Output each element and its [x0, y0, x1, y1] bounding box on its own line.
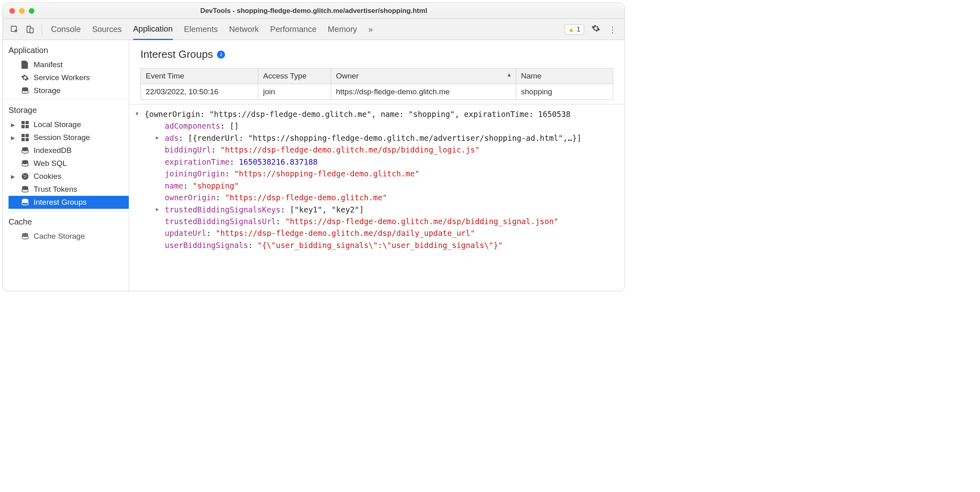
sidebar-item-label: Cookies: [34, 172, 62, 181]
sidebar-item-label: IndexedDB: [34, 146, 72, 155]
database-icon: [21, 185, 30, 194]
events-table: Event Time Access Type Owner▲ Name 22/03…: [140, 68, 613, 100]
panel-content: Interest Groups i Event Time Access Type…: [129, 40, 625, 291]
grid-icon: [21, 133, 30, 142]
sidebar-item-service-workers[interactable]: Service Workers: [9, 71, 129, 84]
info-icon[interactable]: i: [217, 51, 225, 59]
json-prop-joiningorigin[interactable]: joiningOrigin: "https://shopping-fledge-…: [155, 168, 625, 180]
gear-icon: [21, 73, 30, 82]
sidebar-item-label: Service Workers: [34, 73, 90, 82]
database-icon: [21, 159, 30, 168]
sidebar-section-application: Application Manifest Service Workers Sto…: [3, 40, 129, 100]
sidebar-heading: Storage: [9, 106, 129, 115]
toolbar-separator: [42, 24, 42, 35]
settings-button[interactable]: [587, 21, 604, 37]
sidebar-item-websql[interactable]: Web SQL: [9, 157, 129, 170]
svg-rect-4: [21, 121, 25, 124]
json-prop-trustedbiddingsignalsurl[interactable]: trustedBiddingSignalsUrl: "https://dsp-f…: [155, 216, 625, 227]
svg-rect-5: [26, 121, 29, 124]
json-prop-expirationtime[interactable]: expirationTime: 1650538216.837188: [155, 156, 625, 168]
tab-sources[interactable]: Sources: [92, 19, 121, 40]
titlebar: DevTools - shopping-fledge-demo.glitch.m…: [3, 3, 625, 19]
database-icon: [21, 232, 30, 241]
window-title: DevTools - shopping-fledge-demo.glitch.m…: [3, 7, 625, 15]
close-window-button[interactable]: [9, 8, 15, 14]
panel-title-text: Interest Groups: [140, 48, 213, 61]
sidebar-item-label: Manifest: [34, 60, 63, 69]
json-prop-adcomponents[interactable]: adComponents: []: [155, 120, 625, 132]
col-event-time[interactable]: Event Time: [141, 68, 258, 84]
col-owner[interactable]: Owner▲: [331, 68, 516, 84]
json-prop-name[interactable]: name: "shopping": [155, 180, 625, 192]
sidebar-item-storage[interactable]: Storage: [9, 84, 129, 97]
cell-access-type: join: [258, 84, 331, 100]
grid-icon: [21, 120, 30, 129]
sidebar-item-manifest[interactable]: Manifest: [9, 58, 129, 71]
json-prop-trustedbiddingsignalskeys[interactable]: ▶trustedBiddingSignalsKeys: ["key1", "ke…: [155, 204, 625, 216]
tab-memory[interactable]: Memory: [328, 19, 357, 40]
col-name[interactable]: Name: [516, 68, 613, 84]
disclosure-triangle-icon[interactable]: ▶: [11, 174, 15, 180]
svg-rect-9: [26, 134, 29, 137]
sidebar-item-session-storage[interactable]: ▶ Session Storage: [9, 131, 129, 144]
warning-count: 1: [577, 25, 580, 34]
cell-event-time: 22/03/2022, 10:50:16: [141, 84, 258, 100]
file-icon: [21, 60, 30, 69]
tabs-overflow-button[interactable]: »: [368, 19, 373, 40]
disclosure-triangle-icon[interactable]: ▶: [11, 135, 15, 141]
sidebar-heading: Application: [9, 46, 129, 55]
sidebar-item-label: Interest Groups: [34, 198, 87, 207]
sidebar-item-label: Trust Tokens: [34, 185, 77, 194]
tab-elements[interactable]: Elements: [184, 19, 218, 40]
svg-rect-10: [21, 138, 25, 141]
sidebar-item-indexeddb[interactable]: IndexedDB: [9, 144, 129, 157]
main-toolbar: Console Sources Application Elements Net…: [3, 19, 625, 40]
svg-rect-11: [26, 138, 29, 141]
warning-icon: ▲: [568, 26, 574, 33]
svg-rect-7: [26, 125, 29, 128]
sidebar-heading: Cache: [9, 217, 129, 227]
tab-performance[interactable]: Performance: [270, 19, 317, 40]
devtools-window: DevTools - shopping-fledge-demo.glitch.m…: [2, 2, 625, 291]
json-prop-ads[interactable]: ▶ads: [{renderUrl: "https://shopping-fle…: [155, 132, 625, 144]
device-toolbar-button[interactable]: [22, 23, 38, 36]
sidebar-item-cache-storage[interactable]: Cache Storage: [9, 230, 129, 243]
cell-name: shopping: [516, 84, 613, 100]
tab-console[interactable]: Console: [51, 19, 81, 40]
json-prop-ownerorigin[interactable]: ownerOrigin: "https://dsp-fledge-demo.gl…: [155, 192, 625, 204]
disclosure-triangle-icon[interactable]: ▶: [156, 206, 159, 213]
svg-rect-6: [21, 125, 25, 128]
sidebar-item-cookies[interactable]: ▶ Cookies: [9, 170, 129, 183]
sidebar-item-trust-tokens[interactable]: Trust Tokens: [9, 183, 129, 196]
disclosure-triangle-icon[interactable]: ▶: [156, 134, 159, 142]
table-header-row: Event Time Access Type Owner▲ Name: [141, 68, 613, 84]
json-prop-userbiddingsignals[interactable]: userBiddingSignals: "{\"user_bidding_sig…: [155, 240, 625, 251]
cell-owner: https://dsp-fledge-demo.glitch.me: [331, 84, 516, 100]
json-root[interactable]: ▼ {ownerOrigin: "https://dsp-fledge-demo…: [135, 108, 625, 120]
sidebar-item-local-storage[interactable]: ▶ Local Storage: [9, 118, 129, 131]
svg-point-17: [24, 177, 26, 178]
database-icon: [21, 86, 30, 95]
disclosure-triangle-icon[interactable]: ▼: [136, 110, 138, 118]
minimize-window-button[interactable]: [19, 8, 25, 14]
json-prop-biddingurl[interactable]: biddingUrl: "https://dsp-fledge-demo.gli…: [155, 144, 625, 156]
inspect-element-button[interactable]: [7, 23, 22, 36]
sidebar-item-label: Session Storage: [34, 133, 90, 142]
sidebar-item-label: Cache Storage: [34, 232, 85, 241]
panel-tabs: Console Sources Application Elements Net…: [51, 19, 373, 40]
sidebar-item-interest-groups[interactable]: Interest Groups: [9, 196, 129, 209]
main-split: Application Manifest Service Workers Sto…: [3, 40, 625, 291]
tab-network[interactable]: Network: [229, 19, 259, 40]
svg-point-16: [26, 176, 27, 177]
json-prop-updateurl[interactable]: updateUrl: "https://dsp-fledge-demo.glit…: [155, 227, 625, 239]
sidebar-item-label: Storage: [34, 86, 61, 95]
zoom-window-button[interactable]: [29, 8, 34, 14]
panel-title: Interest Groups i: [140, 48, 613, 61]
col-access-type[interactable]: Access Type: [258, 68, 331, 84]
more-options-button[interactable]: ⋮: [604, 22, 621, 37]
table-row[interactable]: 22/03/2022, 10:50:16 join https://dsp-fl…: [141, 84, 613, 100]
tab-application[interactable]: Application: [133, 19, 173, 40]
disclosure-triangle-icon[interactable]: ▶: [11, 122, 15, 128]
issues-badge[interactable]: ▲ 1: [565, 24, 584, 35]
application-sidebar: Application Manifest Service Workers Sto…: [3, 40, 129, 291]
